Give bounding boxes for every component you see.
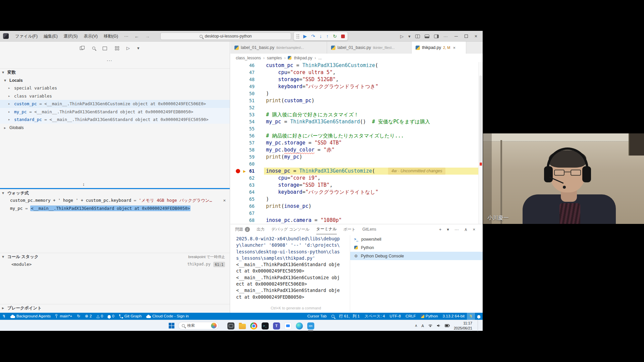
edge-taskbar-icon[interactable] [295,321,304,330]
menu-item-0[interactable]: ファイル(F) [12,34,41,39]
status-item-warnings[interactable]: △0 [94,313,106,320]
sidebar-more-icon[interactable]: ··· [107,58,112,63]
breadcrumb-item-2[interactable]: thikpad.py [294,56,312,60]
minimize-button[interactable]: ─ [452,34,460,39]
run-dropdown-icon[interactable]: ▾ [408,34,411,39]
scope-locals[interactable]: ▾ Locals [0,77,230,84]
status-item-cursor-position[interactable]: 行 61、列 1 [337,313,362,320]
code-editor[interactable]: 46custom_pc = ThinkPadX13Gen6Customize(4… [230,62,483,224]
watch-section-header[interactable]: ▾ ウォッチ式 [0,189,230,196]
chrome-taskbar-icon[interactable] [249,321,258,330]
run-python-button[interactable]: ▷ [400,34,404,39]
status-item-remote-indicator[interactable]: ↯ [0,313,8,320]
split-editor-icon[interactable] [415,35,420,38]
breadcrumb-item-0[interactable]: class_lessons [236,56,261,60]
terminal-dropdown-icon[interactable]: ▾ [447,227,449,232]
status-item-power-mode[interactable]: ↯ [467,313,475,320]
taskbar-search[interactable]: 検索 [178,322,219,329]
close-panel-icon[interactable]: × [473,227,475,232]
breakpoints-section-header[interactable]: ▸ ブレークポイント [0,304,230,311]
terminal-output[interactable]: 2025.8.0-win32-x64\bundled\libs\debugpy\… [236,236,340,300]
restart-button[interactable]: ↻ [333,34,337,39]
status-item-indentation[interactable]: スペース: 4 [362,313,387,320]
stop-button[interactable] [341,35,345,38]
panel-tab-0[interactable]: 問題2 [235,224,250,234]
breakpoint-icon[interactable] [236,169,240,173]
go-back-button[interactable]: ← [131,34,142,39]
maximize-panel-icon[interactable]: ∧ [464,227,468,232]
editor-tab-1[interactable]: label_01_basic.pytkinter_files\... [327,42,412,54]
panel-more-icon[interactable]: ··· [454,227,459,232]
variable-row[interactable]: ▸custom_pc = <__main__.ThinkPadX13Gen6Cu… [0,100,230,108]
variable-row[interactable]: ▸special variables [0,84,230,92]
terminal-taskbar-icon[interactable]: >_ [261,321,269,330]
panel-tab-3[interactable]: ターミナル [316,224,337,234]
grid-icon[interactable] [115,46,119,50]
close-tab-button[interactable]: × [453,45,455,50]
callstack-frame[interactable]: <module> thikpad.py 61:1 [0,260,230,268]
toggle-panel-icon[interactable] [425,35,429,38]
step-out-button[interactable]: ↑ [326,34,329,39]
copy-icon[interactable] [80,46,85,51]
status-item-notifications-count[interactable]: 0 [105,313,117,320]
status-item-eol[interactable]: CRLF [403,313,418,320]
status-item-python-interpreter[interactable]: 3.13.2 64-bit [440,313,467,320]
status-item-screencast-zoom[interactable] [329,313,337,320]
panel-tab-4[interactable]: ポート [343,224,356,234]
tray-chevron-icon[interactable]: ∧ [415,323,418,328]
step-over-button[interactable]: ↷ [311,34,315,39]
search-icon[interactable] [92,47,95,50]
wifi-icon[interactable] [428,324,433,327]
menu-item-2[interactable]: 選択(S) [61,34,81,39]
split-view-icon[interactable] [103,46,108,51]
status-item-notifications-bell[interactable] [475,313,483,320]
ime-indicator[interactable]: A [422,324,424,328]
breadcrumb-item-1[interactable]: samples [267,56,282,60]
terminal-list-item-0[interactable]: >_powershell [350,235,483,243]
zoom-taskbar-icon[interactable] [283,321,292,330]
toggle-secondary-sidebar-icon[interactable] [434,35,439,38]
editor-tab-2[interactable]: thikpad.py2, M× [412,42,466,54]
status-item-background-agents[interactable]: Background Agents [8,313,53,320]
status-item-cursor-tab[interactable]: Cursor Tab [305,313,329,320]
variable-row[interactable]: ▸class variables [0,92,230,100]
terminal-list-item-1[interactable]: Python [350,243,483,252]
editor-scrollbar[interactable] [478,62,483,224]
taskbar-clock[interactable]: 11:17 2025/06/21 [454,321,472,330]
more-actions-icon[interactable]: ··· [443,34,448,39]
start-button[interactable] [169,323,174,328]
watch-expression-row[interactable]: custom_pc.memory + ' hoge ' + custom_pc.… [0,196,230,204]
variable-row[interactable]: ▸standard_pc = <__main__.ThinkPadX13Gen6… [0,116,230,124]
watch-expression-row[interactable]: my_pc = <__main__.ThinkPadX13Gen6Standar… [0,204,230,213]
breadcrumb-item-3[interactable]: ... [318,56,322,60]
file-explorer-taskbar-icon[interactable] [238,321,247,330]
editor-tab-0[interactable]: label_01_basic.pytkinter\samples\... [230,42,327,54]
menu-item-1[interactable]: 編集(E) [41,34,61,39]
teams-taskbar-icon[interactable]: T [272,321,281,330]
show-desktop-button[interactable] [478,320,479,331]
panel-tab-5[interactable]: GitLens [362,224,376,234]
menu-item-5[interactable]: ··· [121,34,131,39]
status-item-encoding[interactable]: UTF-8 [387,313,403,320]
debug-start-icon[interactable]: ▷ [126,46,130,51]
battery-icon[interactable] [445,324,450,327]
new-terminal-button[interactable]: + [439,227,442,232]
command-center-search[interactable]: desktop-ui-lessons-python [160,33,291,40]
status-item-git-graph[interactable]: Git Graph [117,313,144,320]
menu-item-3[interactable]: 表示(V) [80,34,101,39]
snipping-tool-taskbar-icon[interactable] [226,321,235,330]
status-item-git-branch[interactable]: main*+ [53,313,74,320]
menu-item-4[interactable]: 移動(G) [101,34,121,39]
status-item-language-mode[interactable]: Python [418,313,440,320]
drag-handle-icon[interactable] [297,34,298,35]
vscode-taskbar-icon[interactable]: </> [306,321,315,330]
status-item-cloud-code-sign-in[interactable]: Cloud Code - Sign in [144,313,191,320]
panel-tab-1[interactable]: 出力 [257,224,265,234]
chevron-down-icon[interactable]: ▾ [137,46,140,51]
close-button[interactable]: × [473,34,479,39]
maximize-button[interactable] [465,35,468,38]
variables-section-header[interactable]: ▾ 変数 [0,68,230,76]
remove-watch-button[interactable]: × [223,196,226,204]
app-logo-icon[interactable] [3,33,9,39]
go-forward-button[interactable]: → [142,34,153,39]
